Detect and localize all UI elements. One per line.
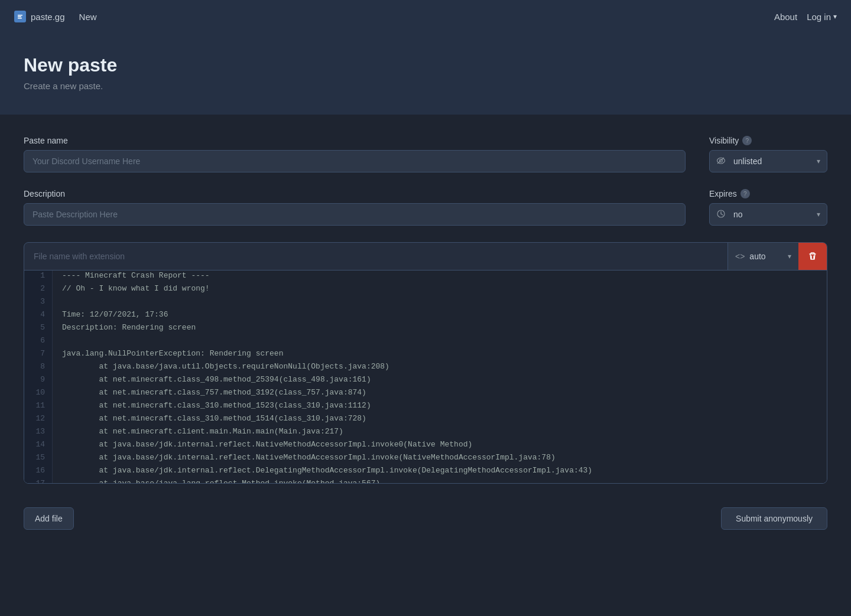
line-number: 10 <box>24 387 53 400</box>
description-group: Description <box>24 189 686 226</box>
table-row: 14 at java.base/jdk.internal.reflect.Nat… <box>24 439 827 452</box>
login-button[interactable]: Log in ▾ <box>807 12 837 22</box>
line-number: 5 <box>24 322 53 335</box>
svg-rect-2 <box>18 17 21 18</box>
paste-name-group: Paste name <box>24 136 686 172</box>
language-text: auto <box>749 252 783 261</box>
table-row: 6 <box>24 335 827 348</box>
line-number: 9 <box>24 374 53 387</box>
logo[interactable]: paste.gg <box>14 11 65 22</box>
line-number: 16 <box>24 465 53 478</box>
line-number: 12 <box>24 413 53 426</box>
trash-icon <box>808 252 817 261</box>
line-content: at net.minecraft.class_310.method_1523(c… <box>53 400 381 413</box>
hero-section: New paste Create a new paste. <box>0 33 851 115</box>
visibility-select[interactable]: unlisted public private <box>709 150 827 172</box>
line-content: at net.minecraft.class_498.method_25394(… <box>53 374 381 387</box>
table-row: 1---- Minecraft Crash Report ---- <box>24 270 827 283</box>
nav-new-link[interactable]: New <box>79 12 97 22</box>
page-title: New paste <box>24 54 827 76</box>
visibility-select-wrapper: unlisted public private ▾ <box>709 150 827 172</box>
line-content: at java.base/jdk.internal.reflect.Native… <box>53 452 565 465</box>
line-content: at net.minecraft.client.main.Main.main(M… <box>53 426 353 439</box>
header-right: About Log in ▾ <box>774 12 837 22</box>
description-expires-row: Description Expires ? no <box>24 189 827 226</box>
line-number: 11 <box>24 400 53 413</box>
line-number: 3 <box>24 296 53 309</box>
table-row: 8 at java.base/java.util.Objects.require… <box>24 361 827 374</box>
line-content <box>53 335 72 348</box>
table-row: 4Time: 12/07/2021, 17:36 <box>24 309 827 322</box>
line-number: 17 <box>24 478 53 483</box>
table-row: 9 at net.minecraft.class_498.method_2539… <box>24 374 827 387</box>
table-row: 2// Oh - I know what I did wrong! <box>24 283 827 296</box>
page-subtitle: Create a new paste. <box>24 81 827 91</box>
delete-file-button[interactable] <box>798 243 827 270</box>
code-editor[interactable]: 1---- Minecraft Crash Report ----2// Oh … <box>24 270 827 483</box>
paste-name-input[interactable] <box>24 150 686 172</box>
header-left: paste.gg New <box>14 11 97 22</box>
expires-label: Expires ? <box>709 189 827 198</box>
line-number: 8 <box>24 361 53 374</box>
line-content: at net.minecraft.class_310.method_1514(c… <box>53 413 376 426</box>
file-section: <> auto ▾ 1---- Minecraft Crash Report -… <box>24 242 827 484</box>
table-row: 17 at java.base/java.lang.reflect.Method… <box>24 478 827 483</box>
line-content: Description: Rendering screen <box>53 322 205 335</box>
line-number: 14 <box>24 439 53 452</box>
svg-rect-1 <box>18 15 22 16</box>
line-content <box>53 296 72 309</box>
visibility-info-icon[interactable]: ? <box>742 136 752 145</box>
line-content: at java.base/jdk.internal.reflect.Delega… <box>53 465 602 478</box>
add-file-button[interactable]: Add file <box>24 507 74 530</box>
line-content: java.lang.NullPointerException: Renderin… <box>53 348 293 361</box>
line-content: at java.base/java.util.Objects.requireNo… <box>53 361 399 374</box>
description-input[interactable] <box>24 203 686 226</box>
footer-actions: Add file Submit anonymously <box>24 498 827 539</box>
description-label: Description <box>24 189 686 198</box>
table-row: 10 at net.minecraft.class_757.method_319… <box>24 387 827 400</box>
line-number: 13 <box>24 426 53 439</box>
chevron-down-icon: ▾ <box>833 12 837 21</box>
about-link[interactable]: About <box>774 12 797 22</box>
login-label: Log in <box>807 12 831 22</box>
header: paste.gg New About Log in ▾ <box>0 0 851 33</box>
paste-name-label: Paste name <box>24 136 686 145</box>
language-chevron-icon: ▾ <box>788 252 791 260</box>
logo-icon <box>14 11 26 22</box>
table-row: 3 <box>24 296 827 309</box>
expires-select-wrapper: no 1 hour 1 day 1 week 1 month 1 year ▾ <box>709 203 827 226</box>
line-content: at java.base/jdk.internal.reflect.Native… <box>53 439 482 452</box>
table-row: 15 at java.base/jdk.internal.reflect.Nat… <box>24 452 827 465</box>
visibility-group: Visibility ? unlisted public private <box>709 136 827 172</box>
visibility-label: Visibility ? <box>709 136 827 145</box>
table-row: 11 at net.minecraft.class_310.method_152… <box>24 400 827 413</box>
line-number: 6 <box>24 335 53 348</box>
line-content: Time: 12/07/2021, 17:36 <box>53 309 177 322</box>
table-row: 5Description: Rendering screen <box>24 322 827 335</box>
file-name-input[interactable] <box>24 245 727 268</box>
submit-anonymously-button[interactable]: Submit anonymously <box>721 507 827 530</box>
line-number: 15 <box>24 452 53 465</box>
line-content: // Oh - I know what I did wrong! <box>53 283 219 296</box>
line-content: at java.base/java.lang.reflect.Method.in… <box>53 478 389 483</box>
line-number: 2 <box>24 283 53 296</box>
main-content: Paste name Visibility ? un <box>0 115 851 560</box>
expires-select[interactable]: no 1 hour 1 day 1 week 1 month 1 year <box>709 203 827 226</box>
code-lines: 1---- Minecraft Crash Report ----2// Oh … <box>24 270 827 483</box>
line-content: ---- Minecraft Crash Report ---- <box>53 270 219 283</box>
logo-text: paste.gg <box>31 12 65 22</box>
table-row: 16 at java.base/jdk.internal.reflect.Del… <box>24 465 827 478</box>
table-row: 12 at net.minecraft.class_310.method_151… <box>24 413 827 426</box>
expires-info-icon[interactable]: ? <box>740 189 750 198</box>
line-number: 4 <box>24 309 53 322</box>
code-brackets-icon: <> <box>735 252 745 261</box>
language-selector[interactable]: <> auto ▾ <box>727 243 798 270</box>
expires-group: Expires ? no 1 hour 1 day 1 week <box>709 189 827 226</box>
line-number: 7 <box>24 348 53 361</box>
table-row: 7java.lang.NullPointerException: Renderi… <box>24 348 827 361</box>
svg-rect-3 <box>18 18 22 19</box>
file-header: <> auto ▾ <box>24 243 827 270</box>
table-row: 13 at net.minecraft.client.main.Main.mai… <box>24 426 827 439</box>
line-number: 1 <box>24 270 53 283</box>
line-content: at net.minecraft.class_757.method_3192(c… <box>53 387 376 400</box>
